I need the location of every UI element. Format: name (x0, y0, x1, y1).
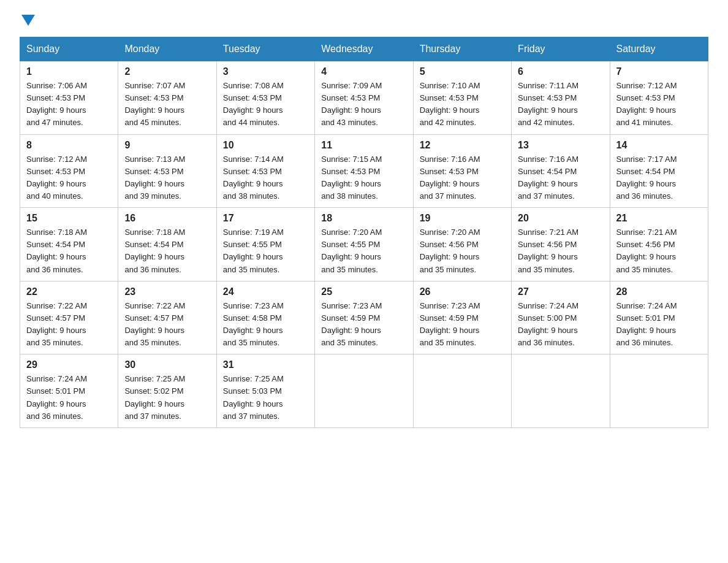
day-info: Sunrise: 7:21 AMSunset: 4:56 PMDaylight:… (616, 226, 702, 276)
header-sunday: Sunday (20, 37, 118, 61)
calendar-cell: 9 Sunrise: 7:13 AMSunset: 4:53 PMDayligh… (118, 134, 216, 208)
day-info: Sunrise: 7:09 AMSunset: 4:53 PMDaylight:… (321, 80, 406, 129)
svg-marker-0 (21, 15, 35, 26)
day-number: 12 (420, 140, 505, 151)
calendar-cell: 7 Sunrise: 7:12 AMSunset: 4:53 PMDayligh… (610, 61, 708, 135)
day-info: Sunrise: 7:24 AMSunset: 5:01 PMDaylight:… (616, 300, 702, 350)
calendar-cell: 1 Sunrise: 7:06 AMSunset: 4:53 PMDayligh… (20, 61, 118, 135)
header-wednesday: Wednesday (315, 37, 413, 61)
calendar-cell (610, 354, 708, 428)
calendar-cell: 28 Sunrise: 7:24 AMSunset: 5:01 PMDaylig… (610, 281, 708, 354)
header-tuesday: Tuesday (216, 37, 314, 61)
calendar-week-row: 1 Sunrise: 7:06 AMSunset: 4:53 PMDayligh… (20, 61, 708, 135)
calendar-cell: 6 Sunrise: 7:11 AMSunset: 4:53 PMDayligh… (512, 61, 610, 135)
calendar-cell: 10 Sunrise: 7:14 AMSunset: 4:53 PMDaylig… (216, 134, 314, 208)
logo-triangle-icon (21, 15, 35, 26)
day-info: Sunrise: 7:17 AMSunset: 4:54 PMDaylight:… (616, 153, 702, 203)
day-info: Sunrise: 7:25 AMSunset: 5:03 PMDaylight:… (223, 373, 308, 423)
day-number: 20 (518, 213, 603, 224)
calendar-cell (413, 354, 511, 428)
calendar-cell: 22 Sunrise: 7:22 AMSunset: 4:57 PMDaylig… (20, 281, 118, 354)
calendar-cell: 19 Sunrise: 7:20 AMSunset: 4:56 PMDaylig… (413, 208, 511, 282)
calendar-header-row: SundayMondayTuesdayWednesdayThursdayFrid… (20, 37, 708, 61)
day-number: 16 (124, 213, 210, 224)
day-number: 2 (124, 66, 210, 77)
day-number: 22 (26, 286, 112, 297)
calendar-cell: 16 Sunrise: 7:18 AMSunset: 4:54 PMDaylig… (118, 208, 216, 282)
calendar-cell: 15 Sunrise: 7:18 AMSunset: 4:54 PMDaylig… (20, 208, 118, 282)
calendar-cell: 30 Sunrise: 7:25 AMSunset: 5:02 PMDaylig… (118, 354, 216, 428)
calendar-cell: 29 Sunrise: 7:24 AMSunset: 5:01 PMDaylig… (20, 354, 118, 428)
day-number: 31 (223, 359, 308, 370)
day-info: Sunrise: 7:11 AMSunset: 4:53 PMDaylight:… (518, 80, 603, 129)
day-info: Sunrise: 7:25 AMSunset: 5:02 PMDaylight:… (124, 373, 210, 423)
day-info: Sunrise: 7:07 AMSunset: 4:53 PMDaylight:… (124, 80, 210, 129)
day-info: Sunrise: 7:18 AMSunset: 4:54 PMDaylight:… (124, 226, 210, 276)
day-info: Sunrise: 7:16 AMSunset: 4:53 PMDaylight:… (420, 153, 505, 203)
day-info: Sunrise: 7:23 AMSunset: 4:59 PMDaylight:… (321, 300, 406, 350)
day-info: Sunrise: 7:20 AMSunset: 4:56 PMDaylight:… (420, 226, 505, 276)
day-info: Sunrise: 7:21 AMSunset: 4:56 PMDaylight:… (518, 226, 603, 276)
calendar-week-row: 22 Sunrise: 7:22 AMSunset: 4:57 PMDaylig… (20, 281, 708, 354)
header-friday: Friday (512, 37, 610, 61)
day-info: Sunrise: 7:12 AMSunset: 4:53 PMDaylight:… (26, 153, 112, 203)
day-number: 4 (321, 66, 406, 77)
day-info: Sunrise: 7:22 AMSunset: 4:57 PMDaylight:… (26, 300, 112, 350)
day-number: 19 (420, 213, 505, 224)
calendar-cell: 24 Sunrise: 7:23 AMSunset: 4:58 PMDaylig… (216, 281, 314, 354)
day-number: 1 (26, 66, 112, 77)
calendar-cell: 26 Sunrise: 7:23 AMSunset: 4:59 PMDaylig… (413, 281, 511, 354)
day-number: 21 (616, 213, 702, 224)
day-number: 7 (616, 66, 702, 77)
day-info: Sunrise: 7:12 AMSunset: 4:53 PMDaylight:… (616, 80, 702, 129)
calendar-cell: 25 Sunrise: 7:23 AMSunset: 4:59 PMDaylig… (315, 281, 413, 354)
day-info: Sunrise: 7:23 AMSunset: 4:59 PMDaylight:… (420, 300, 505, 350)
calendar-cell: 2 Sunrise: 7:07 AMSunset: 4:53 PMDayligh… (118, 61, 216, 135)
page-header (20, 15, 708, 26)
day-info: Sunrise: 7:10 AMSunset: 4:53 PMDaylight:… (420, 80, 505, 129)
day-number: 23 (124, 286, 210, 297)
calendar-cell: 12 Sunrise: 7:16 AMSunset: 4:53 PMDaylig… (413, 134, 511, 208)
day-info: Sunrise: 7:22 AMSunset: 4:57 PMDaylight:… (124, 300, 210, 350)
calendar-cell: 21 Sunrise: 7:21 AMSunset: 4:56 PMDaylig… (610, 208, 708, 282)
calendar-cell: 20 Sunrise: 7:21 AMSunset: 4:56 PMDaylig… (512, 208, 610, 282)
calendar-week-row: 29 Sunrise: 7:24 AMSunset: 5:01 PMDaylig… (20, 354, 708, 428)
day-number: 14 (616, 140, 702, 151)
day-info: Sunrise: 7:13 AMSunset: 4:53 PMDaylight:… (124, 153, 210, 203)
day-number: 6 (518, 66, 603, 77)
calendar-cell: 5 Sunrise: 7:10 AMSunset: 4:53 PMDayligh… (413, 61, 511, 135)
day-number: 8 (26, 140, 112, 151)
header-monday: Monday (118, 37, 216, 61)
calendar-cell: 13 Sunrise: 7:16 AMSunset: 4:54 PMDaylig… (512, 134, 610, 208)
day-number: 30 (124, 359, 210, 370)
calendar-cell: 31 Sunrise: 7:25 AMSunset: 5:03 PMDaylig… (216, 354, 314, 428)
day-info: Sunrise: 7:14 AMSunset: 4:53 PMDaylight:… (223, 153, 308, 203)
day-number: 28 (616, 286, 702, 297)
day-info: Sunrise: 7:19 AMSunset: 4:55 PMDaylight:… (223, 226, 308, 276)
day-info: Sunrise: 7:24 AMSunset: 5:00 PMDaylight:… (518, 300, 603, 350)
calendar-cell: 3 Sunrise: 7:08 AMSunset: 4:53 PMDayligh… (216, 61, 314, 135)
calendar-cell: 18 Sunrise: 7:20 AMSunset: 4:55 PMDaylig… (315, 208, 413, 282)
day-number: 17 (223, 213, 308, 224)
day-number: 5 (420, 66, 505, 77)
day-number: 3 (223, 66, 308, 77)
day-info: Sunrise: 7:16 AMSunset: 4:54 PMDaylight:… (518, 153, 603, 203)
day-number: 25 (321, 286, 406, 297)
day-info: Sunrise: 7:06 AMSunset: 4:53 PMDaylight:… (26, 80, 112, 129)
day-number: 24 (223, 286, 308, 297)
day-number: 18 (321, 213, 406, 224)
calendar-cell: 17 Sunrise: 7:19 AMSunset: 4:55 PMDaylig… (216, 208, 314, 282)
header-thursday: Thursday (413, 37, 511, 61)
calendar-cell: 8 Sunrise: 7:12 AMSunset: 4:53 PMDayligh… (20, 134, 118, 208)
logo (20, 15, 35, 26)
day-number: 13 (518, 140, 603, 151)
day-number: 11 (321, 140, 406, 151)
calendar-cell (512, 354, 610, 428)
calendar-table: SundayMondayTuesdayWednesdayThursdayFrid… (20, 37, 708, 428)
day-info: Sunrise: 7:15 AMSunset: 4:53 PMDaylight:… (321, 153, 406, 203)
day-info: Sunrise: 7:23 AMSunset: 4:58 PMDaylight:… (223, 300, 308, 350)
day-info: Sunrise: 7:24 AMSunset: 5:01 PMDaylight:… (26, 373, 112, 423)
day-number: 9 (124, 140, 210, 151)
day-info: Sunrise: 7:08 AMSunset: 4:53 PMDaylight:… (223, 80, 308, 129)
calendar-week-row: 15 Sunrise: 7:18 AMSunset: 4:54 PMDaylig… (20, 208, 708, 282)
